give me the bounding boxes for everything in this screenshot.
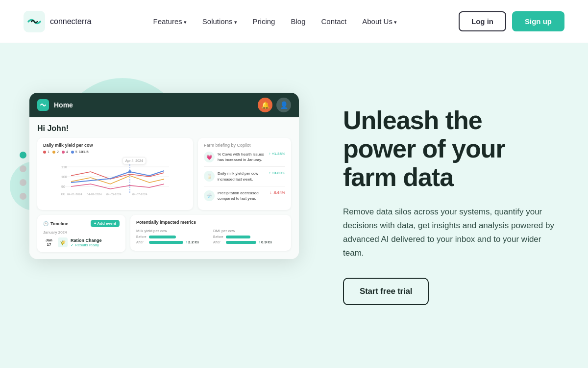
svg-text:04-07-2024: 04-07-2024	[132, 193, 147, 196]
before-label-1: Before	[136, 235, 147, 238]
after-bar-1	[149, 241, 183, 244]
tooltip-date: Apr 4, 2024	[125, 159, 143, 162]
briefing-value-1: ↑ +1.35%	[269, 152, 285, 156]
legend-dot-3	[62, 151, 65, 154]
window-home-label: Home	[54, 101, 73, 109]
metric-before-2: Before	[213, 235, 285, 238]
briefing-icon-1: 💗	[204, 152, 215, 162]
briefing-main-title: Farm briefing	[204, 143, 230, 148]
dashboard-mockup: Home 🔔 👤 Hi John! Daily milk yield per c…	[10, 63, 304, 348]
hero-description: Remove data silos across your systems, q…	[343, 205, 559, 260]
notification-icon: 🔔	[258, 98, 272, 112]
legend-dot-4	[71, 151, 74, 154]
briefing-icon-2: 🥛	[204, 171, 215, 182]
briefing-title: Farm briefing by Copilot	[204, 143, 285, 148]
timeline-row: 🕐 Timeline + Add event January 2024 Jan …	[37, 215, 291, 252]
before-bar-1	[149, 236, 176, 238]
metric-label-2: DMI per cow	[213, 229, 285, 233]
briefing-value-3: ↓ -0.64%	[270, 190, 285, 195]
hero-copy: Unleash the power of your farm data Remo…	[323, 96, 568, 315]
svg-text:90: 90	[61, 185, 65, 188]
dashboard-window: Home 🔔 👤 Hi John! Daily milk yield per c…	[29, 93, 299, 259]
briefing-icon-3: 🌧️	[204, 190, 215, 201]
metric-value-2: ↑ 0.9 lbs	[258, 240, 272, 244]
nav-pricing[interactable]: Pricing	[253, 17, 275, 26]
metrics-grid: Milk yield per cow Before After ↑	[136, 229, 285, 246]
nav-links: Features Solutions Pricing Blog Contact …	[153, 17, 397, 26]
svg-point-9	[128, 170, 131, 173]
nav-blog[interactable]: Blog	[291, 17, 305, 26]
window-header-icons: 🔔 👤	[258, 98, 291, 112]
dashboard-content: Hi John! Daily milk yield per cow 1	[29, 117, 299, 259]
navbar: connecterra Features Solutions Pricing B…	[0, 0, 588, 43]
nav-about[interactable]: About Us	[362, 17, 397, 26]
svg-text:04-05-2024: 04-05-2024	[106, 193, 122, 196]
hero-section: Home 🔔 👤 Hi John! Daily milk yield per c…	[0, 43, 588, 368]
signup-button[interactable]: Sign up	[512, 11, 564, 31]
briefing-item-1: 💗 % Cows with health issues has increase…	[204, 152, 285, 167]
event-date: Jan 17	[43, 238, 55, 247]
before-label-2: Before	[213, 235, 224, 238]
metrics-panel: Potentially impacted metrics Milk yield …	[130, 215, 291, 251]
sidebar-dot-1	[20, 152, 26, 158]
after-label-2: After	[213, 240, 224, 244]
event-status: ✓ Results ready	[71, 243, 120, 247]
farm-briefing-panel: Farm briefing by Copilot 💗 % Cows with h…	[198, 138, 291, 210]
nav-actions: Log in Sign up	[459, 11, 564, 31]
window-logo-icon	[37, 99, 49, 111]
line-chart-svg: 110 100 90 80	[43, 157, 187, 196]
timeline-panel: 🕐 Timeline + Add event January 2024 Jan …	[37, 215, 125, 252]
briefing-text-2: Daily milk yield per cow increased last …	[218, 171, 266, 182]
chart-panel: Daily milk yield per cow 1 2	[37, 138, 193, 210]
event-info: Ration Change ✓ Results ready	[71, 238, 120, 247]
timeline-event-1: Jan 17 🌾 Ration Change ✓ Results ready	[43, 237, 120, 247]
add-event-button[interactable]: + Add event	[91, 220, 120, 227]
metric-col-1: Milk yield per cow Before After ↑	[136, 229, 208, 246]
metric-label-1: Milk yield per cow	[136, 229, 208, 233]
metric-value-1: ↑ 2.2 lbs	[185, 240, 199, 244]
sidebar-dot-4	[20, 193, 26, 200]
user-greeting: Hi John!	[37, 124, 291, 133]
nav-contact[interactable]: Contact	[321, 17, 346, 26]
metric-before-1: Before	[136, 235, 208, 238]
metric-col-2: DMI per cow Before After ↑	[213, 229, 285, 246]
event-icon: 🌾	[58, 237, 68, 247]
nav-solutions[interactable]: Solutions	[202, 17, 237, 26]
timeline-month: January 2024	[43, 230, 120, 235]
start-trial-button[interactable]: Start free trial	[343, 278, 429, 305]
chart-title: Daily milk yield per cow	[43, 143, 187, 148]
legend-3: 4	[66, 150, 68, 154]
metric-after-1: After ↑ 2.2 lbs	[136, 240, 208, 244]
svg-text:80: 80	[61, 192, 65, 196]
chart-legend: 1 2 4 5	[43, 150, 187, 154]
briefing-item-2: 🥛 Daily milk yield per cow increased las…	[204, 171, 285, 186]
window-header-left: Home	[37, 99, 73, 111]
svg-text:110: 110	[61, 165, 67, 169]
event-name: Ration Change	[71, 238, 120, 243]
briefing-value-2: ↑ +3.89%	[269, 171, 285, 175]
legend-dot-1	[43, 151, 46, 154]
before-bar-2	[226, 236, 250, 238]
user-icon: 👤	[276, 98, 291, 112]
metrics-title: Potentially impacted metrics	[136, 220, 285, 225]
brand-name: connecterra	[50, 17, 92, 26]
login-button[interactable]: Log in	[459, 11, 506, 31]
svg-text:04-03-2024: 04-03-2024	[87, 193, 102, 196]
sidebar-dot-3	[20, 179, 26, 186]
briefing-text-3: Precipitation decreased compared to last…	[218, 190, 267, 201]
legend-4: 5	[75, 150, 77, 154]
legend-1: 1	[48, 150, 49, 154]
legend-dot-2	[52, 151, 55, 154]
legend-2: 2	[57, 150, 59, 154]
sidebar-dots	[20, 152, 26, 200]
nav-features[interactable]: Features	[153, 17, 187, 26]
hero-title: Unleash the power of your farm data	[343, 106, 559, 192]
svg-text:04-01-2024: 04-01-2024	[67, 193, 82, 196]
svg-text:100: 100	[61, 175, 67, 179]
after-bar-2	[226, 241, 256, 244]
briefing-item-3: 🌧️ Precipitation decreased compared to l…	[204, 190, 285, 205]
brand-logo[interactable]: connecterra	[24, 11, 92, 32]
briefing-subtitle: by Copilot	[231, 143, 251, 148]
briefing-text-1: % Cows with health issues has increased …	[218, 152, 266, 162]
charts-row: Daily milk yield per cow 1 2	[37, 138, 291, 210]
